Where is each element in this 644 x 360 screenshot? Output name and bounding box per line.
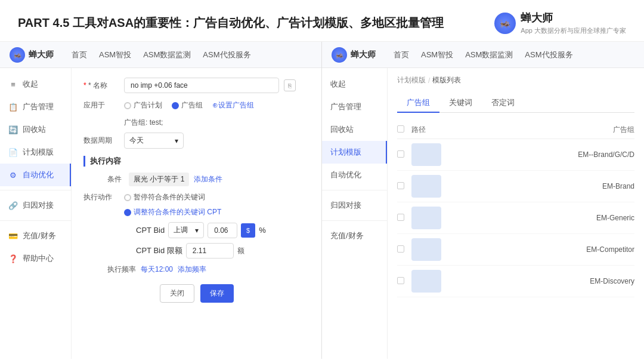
form-row-name: * 名称 ⎘ — [83, 78, 309, 93]
right-sidebar-recycle[interactable]: 回收站 — [322, 118, 387, 141]
pause-radio-dot — [124, 194, 131, 201]
breadcrumb-sep: / — [428, 76, 430, 85]
right-sidebar-divider — [322, 190, 387, 190]
row-check-3[interactable] — [397, 214, 411, 223]
header-logo: 🦗 蝉大师 App 大数据分析与应用全球推广专家 — [494, 11, 626, 35]
freq-value: 每天12:00 — [141, 264, 173, 275]
row-adgroup-2: EM-Brand — [551, 182, 634, 190]
form-row-period: 数据周期 今天 ▾ — [83, 133, 309, 149]
set-adgroup-link[interactable]: ⊕设置广告组 — [212, 100, 254, 110]
action-options: 暂停符合条件的关键词 调整符合条件的关键词 CPT CPT Bid 上调 — [124, 192, 266, 259]
tab-keyword[interactable]: 关键词 — [439, 94, 482, 113]
sidebar-item-ad-manage[interactable]: 📋 广告管理 — [0, 96, 71, 118]
right-nav-asm[interactable]: ASM智投 — [421, 47, 453, 63]
right-sidebar-ad-manage-label: 广告管理 — [330, 101, 361, 112]
add-freq-button[interactable]: 添加频率 — [178, 264, 206, 275]
period-select[interactable]: 今天 ▾ — [124, 133, 184, 149]
sidebar-item-template[interactable]: 📄 计划模版 — [0, 141, 71, 164]
right-nav-service[interactable]: ASM代投服务 — [525, 47, 572, 63]
left-nav-logo-name: 蝉大师 — [29, 50, 54, 60]
row-path-2 — [411, 175, 551, 198]
row-check-4[interactable] — [397, 245, 411, 254]
right-nav-home[interactable]: 首页 — [394, 47, 409, 63]
sidebar-item-recycle[interactable]: 🔄 回收站 — [0, 118, 71, 141]
period-dropdown-icon: ▾ — [175, 137, 178, 145]
apply-group[interactable]: 广告组 — [172, 100, 203, 110]
left-nav-asm[interactable]: ASM智投 — [99, 47, 131, 63]
right-sidebar-collapse[interactable]: 收起 — [322, 73, 387, 96]
radio-dot-group — [172, 102, 179, 109]
right-body: 收起 广告管理 回收站 计划模版 自动优化 — [322, 68, 644, 359]
tab-adgroup[interactable]: 广告组 — [397, 94, 439, 113]
breadcrumb: 计划模版 / 模版列表 — [397, 75, 634, 85]
logo-icon: 🦗 — [494, 13, 516, 34]
sidebar-item-auto-optimize[interactable]: ⚙ 自动优化 — [0, 164, 71, 186]
action-option-pause[interactable]: 暂停符合条件的关键词 — [124, 192, 266, 202]
sidebar-item-collapse[interactable]: ≡ 收起 — [0, 73, 71, 96]
sidebar-label-template: 计划模版 — [23, 147, 54, 158]
row-path-1 — [411, 143, 551, 166]
save-button[interactable]: 保存 — [200, 284, 234, 303]
left-nav-service[interactable]: ASM代投服务 — [203, 47, 250, 63]
right-sidebar-recycle-label: 回收站 — [330, 124, 354, 135]
form-area: * 名称 ⎘ 应用于 广告计划 — [72, 68, 321, 359]
period-label: 数据周期 — [83, 136, 119, 146]
main-content: 🦗 蝉大师 首页 ASM智投 ASM数据监测 ASM代投服务 ≡ 收起 📋 — [0, 42, 644, 359]
right-sidebar-auto[interactable]: 自动优化 — [322, 164, 387, 186]
cpt-adjust-select[interactable]: 上调 ▾ — [168, 222, 204, 238]
row-check-2[interactable] — [397, 182, 411, 191]
col-adgroup: 广告组 — [551, 125, 634, 135]
action-row: 执行动作 暂停符合条件的关键词 调整符合条件的关键词 CPT — [83, 192, 309, 259]
cpt-value-input[interactable] — [208, 223, 237, 238]
condition-row: 条件 展光 小于等于 1 添加条件 — [107, 173, 309, 186]
row-check-5[interactable] — [397, 277, 411, 286]
form-row-apply: 应用于 广告计划 广告组 ⊕设置广告组 — [83, 100, 309, 110]
right-nav-monitor[interactable]: ASM数据监测 — [465, 47, 513, 63]
left-nav-home[interactable]: 首页 — [72, 47, 87, 63]
apply-plan[interactable]: 广告计划 — [124, 100, 162, 110]
right-sidebar-attribution[interactable]: 归因对接 — [322, 194, 387, 217]
header: PART 4.5 工具对ASA的重要性：广告自动优化、广告计划模版、多地区批量管… — [0, 0, 644, 42]
header-right: 🦗 蝉大师 App 大数据分析与应用全球推广专家 — [494, 11, 626, 35]
dollar-button[interactable]: $ — [241, 223, 255, 238]
cpt-bid-limit-input[interactable] — [186, 243, 234, 259]
adgroup-label: 广告组: — [124, 118, 150, 127]
copy-button[interactable]: ⎘ — [284, 79, 296, 91]
sidebar-item-finance[interactable]: 💳 充值/财务 — [0, 224, 71, 247]
right-sidebar-ad-manage[interactable]: 广告管理 — [322, 96, 387, 118]
left-nav-logo: 🦗 蝉大师 — [10, 47, 54, 63]
help-icon: ❓ — [8, 254, 18, 263]
row-path-5 — [411, 270, 551, 293]
path-thumb-5 — [411, 270, 441, 293]
right-sidebar-template-label: 计划模版 — [330, 147, 361, 158]
sidebar-label-recycle: 回收站 — [23, 124, 46, 135]
right-nav-logo-name: 蝉大师 — [351, 50, 376, 60]
tab-negative[interactable]: 否定词 — [482, 94, 524, 113]
name-label: * 名称 — [83, 81, 119, 91]
sidebar-divider — [0, 190, 71, 190]
left-nav-monitor[interactable]: ASM数据监测 — [143, 47, 191, 63]
recycle-icon: 🔄 — [8, 125, 18, 134]
name-input[interactable] — [124, 78, 279, 93]
action-option-adjust[interactable]: 调整符合条件的关键词 CPT — [124, 207, 266, 217]
sidebar-item-help[interactable]: ❓ 帮助中心 — [0, 247, 71, 270]
form-actions: 关闭 保存 — [83, 284, 309, 309]
header-checkbox[interactable] — [397, 125, 404, 133]
template-icon: 📄 — [8, 147, 18, 157]
table-header-check[interactable] — [397, 125, 411, 134]
left-nav: 🦗 蝉大师 首页 ASM智投 ASM数据监测 ASM代投服务 — [0, 42, 321, 68]
cancel-button[interactable]: 关闭 — [160, 284, 194, 303]
left-body: ≡ 收起 📋 广告管理 🔄 回收站 📄 计划模版 — [0, 68, 321, 359]
breadcrumb-plan-template[interactable]: 计划模版 — [397, 75, 426, 85]
row-check-1[interactable] — [397, 150, 411, 159]
right-sidebar-attribution-label: 归因对接 — [330, 200, 361, 211]
right-sidebar-template[interactable]: 计划模版 — [322, 141, 387, 164]
path-thumb-4 — [411, 238, 441, 261]
row-path-4 — [411, 238, 551, 261]
right-sidebar-finance[interactable]: 充值/财务 — [322, 224, 387, 247]
freq-label: 执行频率 — [107, 264, 136, 275]
right-sidebar-collapse-label: 收起 — [330, 79, 346, 90]
add-condition-button[interactable]: 添加条件 — [194, 174, 222, 184]
sidebar-item-attribution[interactable]: 🔗 归因对接 — [0, 194, 71, 217]
section-title: 执行内容 — [83, 156, 309, 167]
